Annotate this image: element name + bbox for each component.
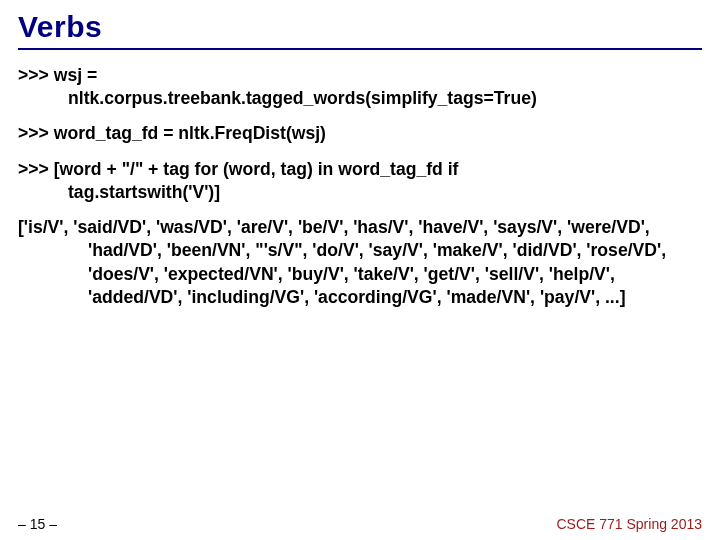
slide-title: Verbs <box>18 10 702 44</box>
code-line-1b: nltk.corpus.treebank.tagged_words(simpli… <box>18 87 702 110</box>
title-underline <box>18 48 702 50</box>
code-line-2: >>> word_tag_fd = nltk.FreqDist(wsj) <box>18 122 702 145</box>
code-line-1a: >>> wsj = <box>18 64 702 87</box>
slide-footer: – 15 – CSCE 771 Spring 2013 <box>0 516 720 532</box>
page-number: – 15 – <box>18 516 57 532</box>
course-label: CSCE 771 Spring 2013 <box>556 516 702 532</box>
code-content: >>> wsj = nltk.corpus.treebank.tagged_wo… <box>18 64 702 309</box>
code-output: ['is/V', 'said/VD', 'was/VD', 'are/V', '… <box>18 216 702 309</box>
code-line-3b: tag.startswith('V')] <box>18 181 702 204</box>
code-line-3a: >>> [word + "/" + tag for (word, tag) in… <box>18 158 702 181</box>
